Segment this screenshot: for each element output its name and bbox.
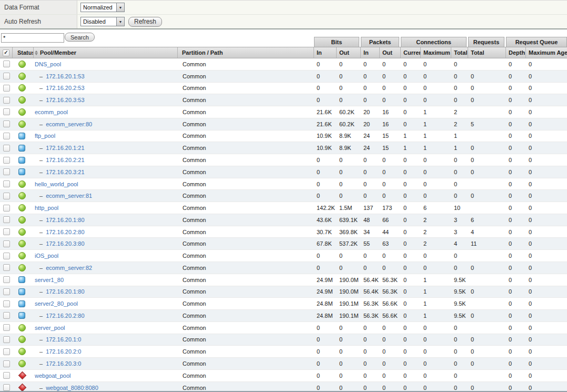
stat-connections-total: 0 (451, 83, 468, 94)
stat-bits-in: 24.8M (314, 310, 337, 321)
row-checkbox[interactable] (3, 193, 10, 199)
pool-member-link[interactable]: 172.16.20.2:21 (46, 157, 84, 163)
pool-member-link[interactable]: ftp_pool (35, 133, 55, 139)
stat-packets-out: 56.6K (380, 298, 401, 309)
row-checkbox[interactable] (3, 288, 10, 295)
stat-packets-out: 63 (380, 238, 401, 249)
settings-panel: Data Format Normalized ▼ Auto Refresh Di… (0, 0, 567, 29)
row-checkbox[interactable] (3, 372, 10, 379)
row-checkbox[interactable] (3, 276, 10, 283)
row-checkbox[interactable] (3, 73, 10, 79)
row-checkbox[interactable] (3, 300, 10, 307)
pool-member-link[interactable]: 172.16.20.2:80 (46, 313, 84, 319)
stat-queue-maximum-age: 0 (526, 58, 567, 70)
stat-bits-out: 537.2K (337, 238, 361, 249)
row-checkbox[interactable] (3, 180, 10, 187)
pool-member-link[interactable]: http_pool (35, 205, 58, 211)
stat-queue-maximum-age: 0 (526, 214, 567, 226)
pool-member-link[interactable]: ecomm_pool (35, 109, 68, 115)
status-icon-red-diamond (18, 371, 27, 380)
pool-member-link[interactable]: 172.16.20.2:80 (46, 229, 84, 235)
stat-bits-out: 0 (337, 346, 361, 357)
stat-connections-current: 0 (401, 58, 421, 70)
row-checkbox[interactable] (3, 228, 10, 235)
stat-packets-out: 0 (380, 83, 401, 94)
stat-connections-current: 0 (401, 262, 421, 274)
stat-bits-out: 190.0M (337, 274, 361, 286)
pool-member-link[interactable]: 172.16.20.2:0 (46, 348, 81, 355)
table-row: server2_80_pool Common 24.8M 190.1M 56.3… (0, 298, 567, 310)
row-checkbox[interactable] (3, 324, 10, 331)
stat-bits-in: 21.6K (314, 106, 337, 118)
stat-queue-depth: 0 (506, 214, 526, 226)
stat-bits-out: 60.2K (337, 106, 361, 118)
pool-member-link[interactable]: 172.16.20.1:80 (46, 217, 84, 223)
refresh-button[interactable]: Refresh (128, 17, 162, 27)
select-all-checkbox[interactable]: ✓ (3, 49, 9, 56)
stat-requests-total: 0 (468, 346, 506, 357)
row-checkbox[interactable] (3, 240, 10, 247)
pool-member-link[interactable]: 172.16.20.3:80 (46, 240, 84, 247)
auto-refresh-select[interactable]: Disabled ▼ (80, 17, 125, 26)
stat-packets-out: 0 (380, 178, 401, 190)
pool-member-link[interactable]: 172.16.20.3:0 (46, 360, 81, 367)
pool-member-link[interactable]: ecomm_server:82 (46, 265, 92, 271)
pool-member-link[interactable]: webgoat_pool (35, 373, 71, 379)
search-input[interactable] (1, 33, 64, 43)
row-checkbox[interactable] (3, 336, 10, 343)
pool-member-link[interactable]: webgoat_8080:8080 (46, 385, 98, 391)
stat-bits-out: 0 (337, 154, 361, 166)
pool-member-link[interactable]: 172.16.20.1:0 (46, 336, 81, 343)
pool-member-link[interactable]: ecomm_server:80 (46, 121, 92, 127)
search-button[interactable]: Search (65, 33, 95, 42)
row-checkbox[interactable] (3, 133, 10, 139)
row-checkbox[interactable] (3, 216, 10, 223)
pool-member-link[interactable]: DNS_pool (35, 61, 61, 67)
row-checkbox[interactable] (3, 85, 10, 92)
row-checkbox[interactable] (3, 145, 10, 152)
pool-member-link[interactable]: 172.16.20.3:21 (46, 169, 84, 175)
pool-member-link[interactable]: 172.16.20.1:53 (46, 73, 84, 79)
stat-packets-out: 0 (380, 334, 401, 346)
stat-bits-out: 0 (337, 58, 361, 70)
stat-packets-in: 0 (361, 334, 380, 346)
pool-member-link[interactable]: ecomm_server:81 (46, 193, 92, 199)
pool-member-link[interactable]: 172.16.20.1:21 (46, 145, 84, 151)
column-header-status[interactable]: Status (13, 47, 34, 58)
row-checkbox[interactable] (3, 108, 10, 115)
stat-requests-total: 0 (468, 310, 506, 321)
partition-label: Common (183, 97, 206, 103)
partition-label: Common (183, 217, 206, 223)
pool-member-link[interactable]: server_pool (35, 325, 65, 331)
row-checkbox[interactable] (3, 384, 10, 391)
row-checkbox[interactable] (3, 312, 10, 319)
member-dash: – (39, 313, 43, 319)
data-format-select[interactable]: Normalized ▼ (80, 3, 125, 12)
pool-member-link[interactable]: 172.16.20.1:80 (46, 288, 84, 295)
row-checkbox[interactable] (3, 120, 10, 127)
status-icon-green-circle (18, 120, 26, 128)
row-checkbox[interactable] (3, 360, 10, 367)
stat-queue-maximum-age: 0 (526, 322, 567, 334)
status-icon-blue-square (18, 288, 25, 295)
row-checkbox[interactable] (3, 61, 10, 67)
pool-member-link[interactable]: 172.16.20.3:53 (46, 97, 84, 103)
status-icon-green-circle (18, 348, 26, 355)
pool-member-link[interactable]: 172.16.20.2:53 (46, 85, 84, 91)
column-header-pool-member[interactable]: Pool/Member (34, 47, 178, 58)
stat-queue-depth: 0 (506, 94, 526, 106)
pool-member-link[interactable]: server2_80_pool (35, 300, 78, 307)
pool-member-link[interactable]: server1_80 (35, 277, 64, 283)
row-checkbox[interactable] (3, 253, 10, 259)
row-checkbox[interactable] (3, 205, 10, 212)
partition-label: Common (183, 133, 206, 139)
row-checkbox[interactable] (3, 264, 10, 271)
row-checkbox[interactable] (3, 97, 10, 104)
pool-member-link[interactable]: hello_world_pool (35, 181, 78, 187)
row-checkbox[interactable] (3, 348, 10, 355)
row-checkbox[interactable] (3, 168, 10, 175)
stat-bits-out: 190.1M (337, 310, 361, 321)
pool-member-link[interactable]: iOS_pool (35, 253, 58, 259)
row-checkbox[interactable] (3, 157, 10, 164)
stat-requests-total: 0 (468, 334, 506, 346)
